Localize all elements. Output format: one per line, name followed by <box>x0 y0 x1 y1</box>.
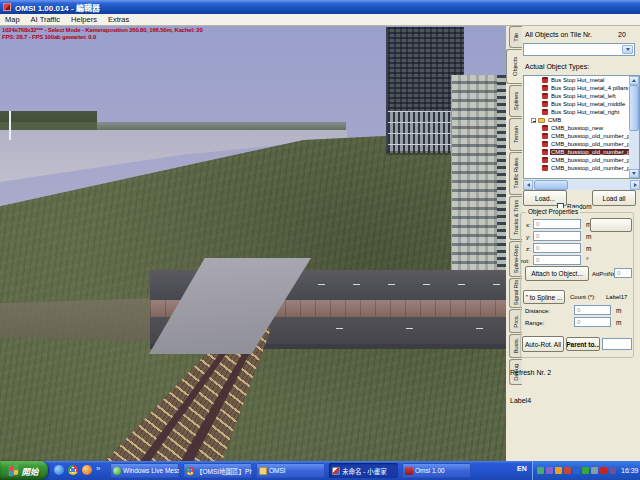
quick-launch-overflow-icon[interactable]: » <box>96 464 100 473</box>
tree-item[interactable]: CMB_busstop_old_number_plate(bl <box>524 140 630 148</box>
viewport-3d[interactable]: 1024x768x32*** - Select Mode - Kamerapos… <box>0 26 506 461</box>
tree-item[interactable]: CMB_busstop_old_number_plate(ye <box>524 164 630 172</box>
range-label: Range: <box>525 320 544 326</box>
tree-item[interactable]: Bus Stop Hut_metal_right <box>524 108 630 116</box>
lane-marking <box>388 284 395 285</box>
refresh-label: Refresh Nr. 2 <box>510 369 551 376</box>
x-label: x: <box>526 222 531 228</box>
tab-traffic-rules[interactable]: Traffic Rules <box>509 152 522 195</box>
rot-field[interactable]: 0 <box>533 255 581 265</box>
object-types-tree[interactable]: Bus Stop Hut_metal Bus Stop Hut_metal_4 … <box>523 75 640 179</box>
taskbar-button-omsi-photos[interactable]: 【OMSI地圖區】Phot... <box>183 463 252 478</box>
system-tray: 16:39 <box>532 461 640 480</box>
busstop-icon <box>542 101 548 107</box>
lane-marking <box>406 328 413 329</box>
distance-label: Distance: <box>525 308 550 314</box>
scrollbar-thumb[interactable] <box>629 85 639 131</box>
debug-line-1: 1024x768x32*** - Select Mode - Kamerapos… <box>2 27 203 34</box>
unlabeled-button[interactable] <box>590 218 632 232</box>
tab-objects[interactable]: Objects <box>506 49 522 84</box>
distance-field[interactable]: 0 <box>574 305 611 315</box>
scroll-down-icon[interactable] <box>629 169 639 178</box>
tree-item[interactable]: Bus Stop Hut_metal <box>524 76 630 84</box>
scrollbar-thumb[interactable] <box>534 180 568 190</box>
menu-ai-traffic[interactable]: AI Traffic <box>31 15 60 24</box>
tree-vertical-scrollbar[interactable] <box>629 76 639 178</box>
combobox-dropdown-icon[interactable] <box>622 45 633 54</box>
tray-icon-9[interactable] <box>609 467 616 474</box>
scroll-left-icon[interactable] <box>523 180 533 190</box>
debug-overlay: 1024x768x32*** - Select Mode - Kamerapos… <box>2 27 203 41</box>
dirt-path <box>0 298 162 342</box>
lane-marking <box>423 284 430 285</box>
menu-map[interactable]: Map <box>5 15 20 24</box>
tray-icon-7[interactable] <box>591 467 598 474</box>
tree-folder-cmb[interactable]: CMB <box>524 116 630 124</box>
lane-marking <box>318 284 325 285</box>
x-field[interactable]: 0 <box>533 219 581 229</box>
auto-rot-all-button[interactable]: Auto-Rot. All <box>522 336 564 352</box>
rot-unit: ° <box>586 257 589 264</box>
tree-item[interactable]: CMB_busstop_old_number_plate(w <box>524 156 630 164</box>
attpntnr-field[interactable]: 0 <box>614 268 632 278</box>
lane-marking <box>476 328 483 329</box>
collapse-icon[interactable] <box>531 118 536 123</box>
tray-icon-3[interactable] <box>555 467 562 474</box>
tray-icon-5[interactable] <box>573 467 580 474</box>
taskbar-button-omsi-folder[interactable]: OMSI <box>256 463 325 478</box>
attach-to-object-button[interactable]: Attach to Object... <box>525 266 589 281</box>
windows-logo-icon <box>9 465 18 475</box>
language-indicator[interactable]: EN <box>517 465 527 472</box>
messenger-icon <box>113 467 121 475</box>
screen: OMSI 1.00.014 - 編輯器 Map AI Traffic Helpe… <box>0 0 640 480</box>
firefox-icon[interactable] <box>82 465 92 475</box>
y-field[interactable]: 0 <box>533 231 581 241</box>
parent-to-field[interactable] <box>602 338 632 350</box>
scroll-up-icon[interactable] <box>629 76 639 85</box>
ie-icon[interactable] <box>54 465 64 475</box>
taskbar-button-messenger[interactable]: Windows Live Messen... <box>110 463 179 478</box>
tray-icon-1[interactable] <box>537 467 544 474</box>
tray-icon-4[interactable] <box>564 467 571 474</box>
chrome-icon[interactable] <box>68 465 78 475</box>
busstop-icon <box>542 109 548 115</box>
lane-marking <box>336 328 343 329</box>
busstop-icon <box>542 133 548 139</box>
taskbar-button-paint[interactable]: 未命名 - 小畫家 <box>329 463 398 478</box>
label4: Label4 <box>510 397 531 404</box>
start-button[interactable]: 開始 <box>0 461 48 480</box>
object-properties-label: Object Properties <box>526 208 580 215</box>
building-light-edge <box>497 75 506 287</box>
tree-item[interactable]: Bus Stop Hut_metal_middle <box>524 100 630 108</box>
busstop-icon <box>542 157 548 163</box>
omsi-app-icon <box>3 3 11 11</box>
tree-item[interactable]: CMB_busstop_new <box>524 124 630 132</box>
taskbar-button-omsi[interactable]: Omsi 1.00 <box>402 463 471 478</box>
menu-extras[interactable]: Extras <box>108 15 129 24</box>
debug-line-2: FPS: 28.7 - FPS 100ab gewartet: 0.0 <box>2 34 203 41</box>
load-all-button[interactable]: Load all <box>592 190 636 206</box>
tray-icon-2[interactable] <box>546 467 553 474</box>
tab-terrain[interactable]: Terrain <box>509 118 522 151</box>
tree-item[interactable]: CMB_busstop_old_number_plate <box>524 132 630 140</box>
tab-tile[interactable]: Tile <box>509 26 522 48</box>
busstop-icon <box>542 165 548 171</box>
tab-splines[interactable]: Splines <box>509 85 522 117</box>
parent-to-button[interactable]: Parent to... <box>566 337 600 351</box>
tree-horizontal-scrollbar[interactable] <box>523 180 640 190</box>
tree-item[interactable]: Bus Stop Hut_metal_4 pillars <box>524 84 630 92</box>
tray-icon-6[interactable] <box>582 467 589 474</box>
folder-icon <box>538 118 545 123</box>
to-spline-button[interactable]: " to Spline ... <box>523 290 565 304</box>
menu-helpers[interactable]: Helpers <box>71 15 97 24</box>
tree-item[interactable]: Bus Stop Hut_metal_left <box>524 92 630 100</box>
scroll-right-icon[interactable] <box>630 180 640 190</box>
tile-objects-combobox[interactable] <box>523 43 635 56</box>
busstop-icon <box>542 141 548 147</box>
title-bar[interactable]: OMSI 1.00.014 - 編輯器 <box>0 0 640 14</box>
clock: 16:39 <box>621 467 639 474</box>
z-field[interactable]: 0 <box>533 243 581 253</box>
tree-item-selected[interactable]: CMB_busstop_old_number_plate(gr <box>524 148 630 156</box>
range-field[interactable]: 0 <box>574 317 611 327</box>
tray-icon-8[interactable] <box>600 467 607 474</box>
